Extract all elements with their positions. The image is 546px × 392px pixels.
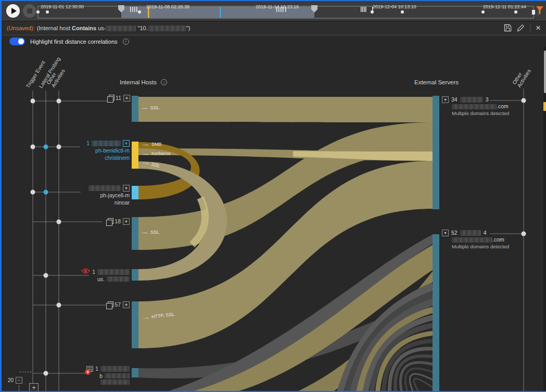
sankey-node[interactable] bbox=[132, 96, 138, 122]
timeline-marker-dot[interactable] bbox=[138, 10, 141, 14]
detection-eye-icon bbox=[81, 268, 90, 275]
host-group-11[interactable]: 11 + bbox=[83, 94, 130, 102]
sankey-flow[interactable] bbox=[377, 333, 433, 392]
flow-arrow-icon: → bbox=[141, 151, 150, 156]
sankey-node[interactable] bbox=[132, 186, 138, 199]
toggle-knob bbox=[18, 39, 24, 44]
correlation-dot[interactable] bbox=[44, 371, 48, 376]
redacted-domain bbox=[452, 104, 497, 109]
sankey-flow[interactable] bbox=[405, 369, 433, 392]
correlation-dot[interactable] bbox=[31, 99, 35, 104]
flow-arrow-icon: → bbox=[141, 142, 150, 147]
host-group-57[interactable]: 57 + bbox=[69, 301, 130, 308]
scrollbar-track[interactable] bbox=[543, 47, 546, 392]
correlation-dot[interactable] bbox=[57, 220, 61, 224]
dropdown-button[interactable]: ▾ bbox=[123, 218, 130, 225]
sankey-flow[interactable] bbox=[410, 374, 433, 392]
correlation-dot[interactable] bbox=[57, 99, 61, 104]
flow-arrow-icon: → bbox=[140, 230, 149, 235]
timeline-marker-dot[interactable] bbox=[514, 10, 517, 14]
timeline-shield-handle[interactable] bbox=[311, 5, 318, 12]
sankey-node[interactable] bbox=[433, 96, 439, 209]
host-ip-prefix: 1 bbox=[92, 268, 95, 275]
close-icon[interactable]: × bbox=[536, 24, 541, 32]
dropdown-button[interactable]: ▾ bbox=[442, 96, 449, 103]
sankey-node[interactable] bbox=[132, 269, 138, 281]
sankey-flow[interactable] bbox=[158, 234, 433, 392]
sankey-flow[interactable] bbox=[138, 293, 433, 378]
correlation-dot[interactable] bbox=[44, 190, 48, 195]
sankey-flow[interactable] bbox=[181, 245, 433, 392]
dropdown-button[interactable]: ▾ bbox=[123, 140, 130, 147]
sankey-flow[interactable] bbox=[138, 161, 433, 348]
highlight-toggle[interactable] bbox=[9, 37, 25, 45]
server-1[interactable]: ▾ 343 .com Multiple domains detected bbox=[442, 96, 525, 117]
sankey-flow[interactable] bbox=[352, 302, 433, 392]
correlation-dot[interactable] bbox=[44, 273, 48, 278]
sankey-flow[interactable] bbox=[138, 161, 227, 281]
sankey-flow[interactable] bbox=[359, 310, 433, 392]
sankey-flow[interactable] bbox=[414, 378, 433, 392]
timeline-event-tick bbox=[130, 7, 131, 12]
timeline-marker-dot[interactable] bbox=[481, 10, 485, 14]
host-jaycell[interactable]: ▾ ph-jaycell-m ninoar bbox=[54, 185, 130, 206]
sankey-flow[interactable] bbox=[340, 286, 433, 392]
info-icon[interactable]: i bbox=[123, 39, 129, 45]
timeline-marker-dot[interactable] bbox=[371, 10, 374, 14]
server-2[interactable]: ▾ 524 .com Multiple domains detected bbox=[442, 230, 525, 250]
filter-funnel-icon[interactable] bbox=[536, 6, 544, 17]
correlation-dot[interactable] bbox=[44, 145, 48, 149]
expand-button[interactable]: + bbox=[123, 301, 130, 308]
play-button[interactable] bbox=[6, 4, 20, 18]
sankey-node[interactable] bbox=[132, 217, 138, 250]
host-group-18[interactable]: 18 ▾ bbox=[69, 218, 130, 225]
sankey-flow[interactable] bbox=[138, 148, 433, 161]
redacted-fqdn bbox=[105, 373, 130, 378]
correlation-dot[interactable] bbox=[31, 190, 35, 195]
correlation-dot[interactable] bbox=[57, 303, 61, 308]
sankey-flow[interactable] bbox=[384, 341, 433, 392]
redacted-server-id bbox=[460, 230, 481, 236]
expand-button[interactable]: + bbox=[123, 95, 130, 102]
server-id-suffix: 3 bbox=[486, 96, 489, 103]
dropdown-button[interactable]: ▾ bbox=[123, 185, 130, 192]
sankey-flow[interactable] bbox=[390, 349, 433, 392]
info-icon[interactable]: i bbox=[161, 79, 167, 85]
sankey-node[interactable] bbox=[433, 234, 439, 392]
sankey-node[interactable] bbox=[132, 368, 138, 377]
stop-button[interactable] bbox=[23, 4, 36, 18]
host-alerted[interactable]: 6 1 b bbox=[51, 365, 130, 385]
sankey-flow[interactable] bbox=[400, 362, 433, 392]
sankey-flow[interactable] bbox=[395, 356, 433, 392]
sankey-flow[interactable] bbox=[138, 122, 433, 250]
timeline-marker-dot[interactable] bbox=[46, 10, 49, 14]
sankey-flow[interactable] bbox=[138, 97, 433, 122]
timeline-shield-handle[interactable] bbox=[118, 5, 124, 12]
sankey-node[interactable] bbox=[132, 301, 138, 348]
timeline-end-handle[interactable] bbox=[532, 10, 535, 15]
timeline-date: 2019-12-04 10:13:10 bbox=[373, 4, 416, 9]
timeline-date: 2019-12-11 01:22:44 bbox=[483, 4, 526, 9]
timeline-marker-dot[interactable] bbox=[401, 10, 404, 14]
scrollbar-thumb[interactable] bbox=[544, 50, 546, 93]
sankey-flow[interactable] bbox=[346, 294, 433, 392]
sankey-flow[interactable] bbox=[365, 318, 433, 392]
save-filter-icon[interactable] bbox=[504, 24, 512, 33]
decrease-button[interactable]: − bbox=[16, 377, 22, 384]
host-benidictl[interactable]: 1 ▾ ph-benidictl-m christinem bbox=[54, 140, 130, 161]
sankey-node[interactable] bbox=[132, 142, 138, 169]
server-domain-suffix: .com bbox=[497, 103, 509, 109]
internal-hosts-title: Internal Hosts bbox=[120, 79, 157, 85]
axis-label-other-activities-right: Other Activities bbox=[511, 61, 534, 88]
host-detection[interactable]: 1 us. bbox=[51, 268, 130, 283]
dropdown-button[interactable]: ▾ bbox=[442, 230, 449, 236]
increase-button[interactable]: + bbox=[29, 383, 39, 392]
sankey-flow[interactable] bbox=[291, 271, 433, 392]
highlight-toggle-row: Highlight first distance correlations i bbox=[9, 37, 129, 45]
timeline-marker-dot[interactable] bbox=[36, 10, 40, 14]
correlation-dot[interactable] bbox=[31, 145, 35, 149]
timeline-event-tick bbox=[134, 7, 135, 12]
sankey-flow[interactable] bbox=[293, 151, 433, 161]
sankey-flow[interactable] bbox=[371, 325, 433, 392]
edit-filter-icon[interactable] bbox=[517, 24, 525, 33]
